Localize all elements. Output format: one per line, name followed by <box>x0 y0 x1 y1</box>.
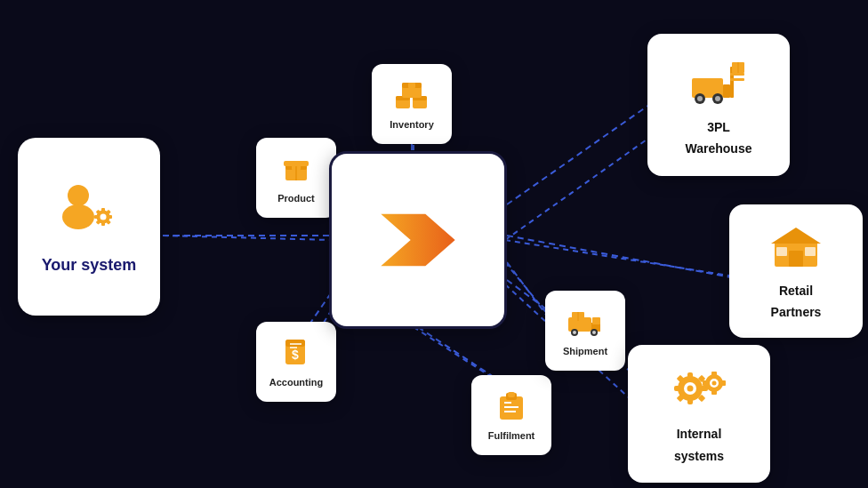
svg-rect-27 <box>94 215 99 219</box>
chevron-icon <box>374 204 462 276</box>
svg-point-74 <box>715 96 720 101</box>
diagram: Your system Product <box>0 0 868 488</box>
svg-rect-26 <box>101 221 105 226</box>
your-system-label: Your system <box>42 256 137 275</box>
svg-rect-86 <box>687 397 693 404</box>
svg-text:$: $ <box>292 348 299 362</box>
svg-line-7 <box>505 262 549 316</box>
warehouse-label: 3PL Warehouse <box>686 114 752 156</box>
svg-rect-85 <box>687 372 693 380</box>
svg-rect-69 <box>730 73 744 76</box>
retail-icon <box>768 222 824 272</box>
svg-rect-98 <box>703 380 708 386</box>
svg-marker-78 <box>771 228 821 244</box>
inventory-label: Inventory <box>390 119 434 130</box>
svg-point-22 <box>62 204 94 229</box>
fulfilment-card: Fulfilment <box>471 375 551 455</box>
fulfilment-label: Fulfilment <box>488 430 535 441</box>
svg-rect-37 <box>284 161 309 166</box>
svg-rect-44 <box>408 83 415 88</box>
svg-point-21 <box>68 185 89 206</box>
internal-systems-icon <box>667 364 731 415</box>
internal-systems-card: Internal systems <box>628 345 770 483</box>
svg-rect-96 <box>711 372 717 377</box>
warehouse-card: 3PL Warehouse <box>647 34 790 176</box>
svg-rect-52 <box>508 392 515 397</box>
fulfilment-icon <box>494 389 528 423</box>
svg-rect-67 <box>723 84 730 98</box>
svg-rect-25 <box>101 208 105 212</box>
svg-point-62 <box>592 331 596 334</box>
center-card <box>329 151 507 329</box>
product-card: Product <box>256 138 336 218</box>
your-system-card: Your system <box>18 138 160 316</box>
svg-line-19 <box>507 262 549 318</box>
svg-rect-80 <box>776 247 787 256</box>
svg-point-84 <box>687 386 694 392</box>
svg-rect-97 <box>711 389 717 395</box>
svg-line-0 <box>163 236 331 240</box>
svg-line-16 <box>507 105 649 204</box>
internal-systems-label: Internal systems <box>674 420 724 463</box>
inventory-card: Inventory <box>372 64 452 144</box>
svg-line-8 <box>505 138 649 240</box>
inventory-icon <box>393 78 430 112</box>
svg-point-95 <box>712 381 717 386</box>
retail-partners-card: Retail Partners <box>729 204 863 338</box>
accounting-icon: $ <box>279 336 313 370</box>
svg-rect-87 <box>674 386 681 391</box>
svg-rect-46 <box>285 340 305 347</box>
shipment-label: Shipment <box>563 346 607 356</box>
shipment-card: Shipment <box>545 291 625 371</box>
svg-point-24 <box>100 213 107 220</box>
svg-line-9 <box>505 240 729 276</box>
svg-point-72 <box>697 96 703 101</box>
retail-label: Retail Partners <box>771 277 822 320</box>
svg-rect-58 <box>592 317 600 324</box>
product-label: Product <box>277 193 315 204</box>
svg-line-17 <box>507 236 731 277</box>
accounting-label: Accounting <box>269 377 324 388</box>
svg-line-20 <box>418 327 502 382</box>
svg-rect-81 <box>805 247 816 256</box>
svg-point-60 <box>573 331 576 334</box>
svg-rect-28 <box>108 215 112 219</box>
svg-rect-70 <box>730 78 744 81</box>
accounting-card: $ Accounting <box>256 322 336 402</box>
product-icon <box>279 152 313 186</box>
your-system-icon <box>53 180 125 242</box>
svg-rect-79 <box>789 251 803 267</box>
warehouse-icon <box>687 53 750 108</box>
svg-marker-65 <box>381 214 454 266</box>
shipment-icon <box>567 305 604 339</box>
svg-rect-99 <box>720 380 726 386</box>
